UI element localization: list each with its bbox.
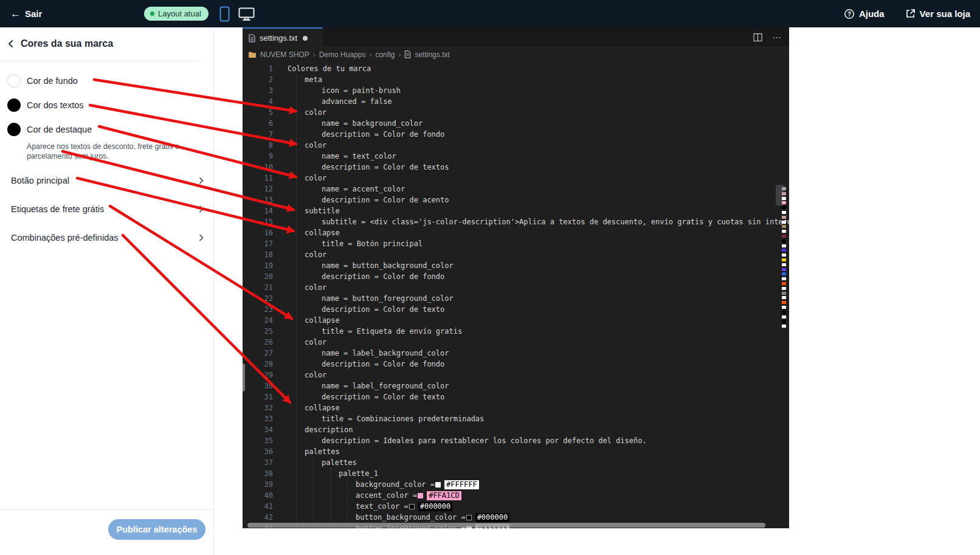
- color-setting-label: Cor de destaque: [27, 123, 214, 136]
- color-swatch[interactable]: [7, 74, 21, 88]
- menu-item-label: Botão principal: [11, 176, 69, 185]
- line-number: 38: [243, 468, 273, 479]
- menu-item-0[interactable]: Botão principal: [0, 166, 214, 195]
- chevron-right-icon: ›: [398, 50, 401, 59]
- more-actions-icon[interactable]: ⋯: [772, 33, 782, 42]
- editor-tab-bar: settings.txt ⋯: [243, 27, 789, 47]
- code-line-5: 5color: [243, 107, 789, 118]
- chevron-right-icon: ›: [369, 50, 371, 59]
- line-number: 41: [243, 501, 273, 512]
- back-arrow-icon: ←: [10, 9, 21, 19]
- chevron-right-icon: [199, 176, 204, 184]
- view-store-button[interactable]: Ver sua loja: [905, 9, 970, 19]
- code-line-17: 17title = Botón principal: [243, 238, 789, 249]
- overview-ruler-mark: [782, 249, 786, 252]
- overview-ruler-mark: [782, 287, 786, 290]
- overview-ruler-mark: [782, 277, 786, 280]
- horizontal-scrollbar[interactable]: [247, 523, 765, 528]
- code-line-2: 2meta: [243, 74, 789, 85]
- code-line-33: 33title = Combinaciones predeterminadas: [243, 413, 789, 424]
- topbar-right: ? Ajuda Ver sua loja: [844, 0, 980, 27]
- line-number: 19: [243, 260, 273, 271]
- tab-settings-txt[interactable]: settings.txt: [243, 27, 323, 47]
- menu-item-1[interactable]: Etiquetas de frete grátis: [0, 195, 214, 223]
- divider: [0, 61, 201, 61]
- code-line-4: 4advanced = false: [243, 96, 789, 107]
- code-line-1: 1Colores de tu marca: [243, 63, 789, 74]
- mobile-preview-button[interactable]: [219, 0, 230, 27]
- line-number: 33: [243, 413, 273, 424]
- code-line-38: 38palette_1: [243, 468, 789, 479]
- menu-item-label: Etiquetas de frete grátis: [11, 204, 104, 214]
- hex-value-chip: #000000: [475, 513, 510, 522]
- breadcrumb-theme[interactable]: Demo Huapps: [319, 50, 366, 59]
- exit-button[interactable]: ← Sair: [10, 0, 42, 27]
- color-list: Cor de fundoCor dos textosCor de destaqu…: [0, 69, 214, 167]
- help-circle-icon: ?: [844, 9, 855, 19]
- overview-ruler-mark: [782, 230, 786, 233]
- breadcrumb-root[interactable]: NUVEM SHOP: [260, 50, 309, 59]
- overview-ruler-mark: [782, 292, 786, 295]
- code-line-40: 40accent_color =#FFA1CD: [243, 490, 789, 501]
- line-number: 3: [243, 85, 273, 96]
- breadcrumb-folder[interactable]: config: [375, 50, 395, 59]
- overview-ruler-mark: [782, 315, 786, 319]
- overview-ruler-mark: [782, 216, 786, 219]
- line-number: 4: [243, 96, 273, 107]
- code-line-39: 39background_color =#FFFFFF: [243, 479, 789, 490]
- code-line-37: 37palettes: [243, 457, 789, 468]
- color-swatch[interactable]: [7, 123, 21, 136]
- breadcrumb: NUVEM SHOP › Demo Huapps › config › sett…: [248, 47, 450, 61]
- code-line-11: 11color: [243, 173, 789, 184]
- code-line-21: 21color: [243, 282, 789, 293]
- publish-changes-button[interactable]: Publicar alterações: [108, 519, 205, 540]
- overview-ruler-mark: [782, 244, 786, 247]
- code-line-35: 35description = Ideales para restablecer…: [243, 435, 789, 446]
- line-number: 34: [243, 424, 273, 435]
- code-line-13: 13description = Color de acento: [243, 195, 789, 205]
- code-line-14: 14subtitle: [243, 205, 789, 216]
- code-line-8: 8color: [243, 140, 789, 151]
- line-number: 18: [243, 249, 273, 260]
- line-number: 22: [243, 293, 273, 304]
- desktop-preview-button[interactable]: [238, 0, 255, 27]
- chevron-right-icon: [199, 205, 204, 213]
- folder-icon: [248, 51, 257, 58]
- menu-item-2[interactable]: Combinações pré-definidas: [0, 223, 214, 252]
- line-number: 30: [243, 381, 273, 391]
- color-setting-label: Cor dos textos: [27, 98, 214, 112]
- code-editor-window: settings.txt ⋯ NUVEM SHOP › Demo Huapps …: [243, 27, 789, 528]
- hex-value-chip: #FFA1CD: [427, 491, 461, 500]
- inline-color-swatch: [409, 504, 415, 509]
- code-line-25: 25title = Etiqueta de envío gratis: [243, 326, 789, 337]
- line-number: 36: [243, 446, 273, 457]
- color-swatch[interactable]: [7, 98, 21, 112]
- line-number: 31: [243, 391, 273, 402]
- left-scrollbar[interactable]: [243, 364, 245, 391]
- menu-list: Botão principalEtiquetas de frete grátis…: [0, 166, 214, 252]
- breadcrumb-file[interactable]: settings.txt: [415, 50, 449, 59]
- line-number: 27: [243, 348, 273, 359]
- overview-ruler-mark: [782, 258, 786, 261]
- code-line-6: 6name = background_color: [243, 118, 789, 129]
- overview-ruler-mark: [782, 263, 786, 266]
- color-setting-description: Aparece nos textos de desconto, frete gr…: [27, 142, 204, 161]
- divider: [0, 509, 214, 510]
- tab-actions: ⋯: [753, 27, 782, 47]
- code-line-32: 32collapse: [243, 402, 789, 413]
- inline-color-swatch: [466, 515, 472, 520]
- inline-color-swatch: [418, 493, 423, 498]
- smartphone-icon: [219, 6, 230, 22]
- code-line-29: 29color: [243, 370, 789, 381]
- color-setting-row-1[interactable]: Cor dos textos: [0, 93, 214, 117]
- help-button[interactable]: ? Ajuda: [844, 9, 885, 19]
- line-number: 17: [243, 238, 273, 249]
- back-to-sections-button[interactable]: Cores da sua marca: [8, 38, 113, 49]
- unsaved-changes-dot: [303, 36, 308, 41]
- topbar: ← Sair Layout atual ? Ajuda: [0, 0, 980, 27]
- code-line-7: 7description = Color de fondo: [243, 129, 789, 140]
- code-area[interactable]: 1Colores de tu marca2meta3icon = paint-b…: [243, 63, 789, 528]
- split-editor-icon[interactable]: [753, 33, 762, 42]
- color-setting-row-2[interactable]: Cor de destaqueAparece nos textos de des…: [0, 117, 214, 167]
- color-setting-row-0[interactable]: Cor de fundo: [0, 69, 214, 93]
